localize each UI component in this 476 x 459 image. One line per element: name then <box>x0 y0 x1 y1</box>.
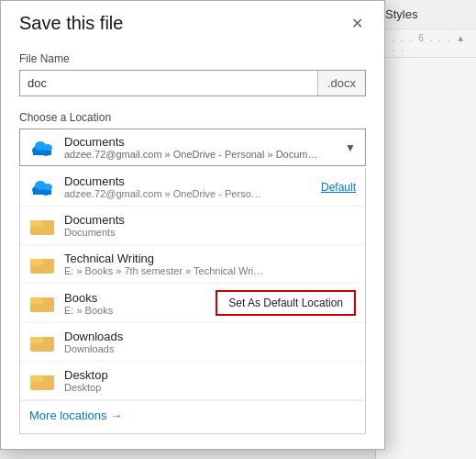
list-item[interactable]: Desktop Desktop <box>20 362 365 400</box>
default-badge-0: Default <box>321 181 356 194</box>
item-sub-5: Desktop <box>64 382 266 393</box>
item-text-3: Books E: » Books <box>64 291 216 316</box>
dialog-body: File Name .docx Choose a Location <box>1 41 384 449</box>
dropdown-main-text: Documents <box>64 135 339 149</box>
folder-icon-1 <box>29 215 55 237</box>
location-list: Documents adzee.72@gmail.com » OneDrive … <box>19 168 366 434</box>
item-name-3: Books <box>64 291 216 305</box>
dialog-titlebar: Save this file ✕ <box>1 1 384 41</box>
svg-point-8 <box>35 181 46 190</box>
item-text-5: Desktop Desktop <box>64 368 356 393</box>
filename-input[interactable] <box>20 71 317 95</box>
item-sub-0: adzee.72@gmail.com » OneDrive - Personal… <box>64 188 266 199</box>
location-dropdown[interactable]: Documents adzee.72@gmail.com » OneDrive … <box>19 129 366 166</box>
item-name-2: Technical Writing <box>64 252 356 265</box>
folder-icon-3 <box>29 292 55 314</box>
folder-icon-2 <box>29 253 55 275</box>
item-sub-2: E: » Books » 7th semester » Technical Wr… <box>64 265 266 276</box>
save-dialog: Save this file ✕ File Name .docx Choose … <box>0 0 385 450</box>
dropdown-arrow-icon: ▼ <box>345 141 356 154</box>
set-default-button[interactable]: Set As Default Location <box>216 290 356 316</box>
folder-icon-4 <box>29 331 55 353</box>
item-sub-4: Downloads <box>64 343 266 354</box>
svg-rect-9 <box>33 190 51 195</box>
item-text-4: Downloads Downloads <box>64 330 356 354</box>
item-text-0: Documents adzee.72@gmail.com » OneDrive … <box>64 174 315 199</box>
item-name-0: Documents <box>64 174 315 188</box>
filename-row: .docx <box>19 70 366 96</box>
styles-panel: Styles . . . . 6 . . . ▲ . . . <box>375 0 476 459</box>
close-button[interactable]: ✕ <box>344 10 370 36</box>
folder-icon-5 <box>29 370 55 392</box>
dropdown-text: Documents adzee.72@gmail.com » OneDrive … <box>64 135 339 160</box>
dialog-title: Save this file <box>19 13 123 34</box>
more-locations-link[interactable]: More locations → <box>20 400 365 430</box>
location-section: Choose a Location Documents adzee.72@gma… <box>19 111 366 434</box>
svg-rect-4 <box>33 151 51 155</box>
item-name-4: Downloads <box>64 330 356 343</box>
file-extension: .docx <box>317 71 365 95</box>
list-item[interactable]: Technical Writing E: » Books » 7th semes… <box>20 245 365 284</box>
item-name-5: Desktop <box>64 368 356 382</box>
cloud-icon-selected <box>29 137 55 159</box>
styles-panel-ruler: . . . . 6 . . . ▲ . . . <box>376 29 476 58</box>
item-name-1: Documents <box>64 213 356 227</box>
item-text-2: Technical Writing E: » Books » 7th semes… <box>64 252 356 276</box>
dropdown-sub-text: adzee.72@gmail.com » OneDrive - Personal… <box>64 149 321 160</box>
list-item[interactable]: Downloads Downloads <box>20 323 365 362</box>
list-item[interactable]: Books E: » Books Set As Default Location <box>20 284 365 323</box>
location-label: Choose a Location <box>19 111 366 124</box>
svg-point-3 <box>35 141 46 151</box>
cloud-icon-0 <box>29 176 55 198</box>
item-sub-1: Documents <box>64 227 266 238</box>
item-sub-3: E: » Books <box>64 305 216 316</box>
list-item[interactable]: Documents adzee.72@gmail.com » OneDrive … <box>20 168 365 207</box>
list-item[interactable]: Documents Documents <box>20 207 365 245</box>
item-text-1: Documents Documents <box>64 213 356 238</box>
styles-panel-title: Styles <box>376 0 476 29</box>
file-name-label: File Name <box>19 52 366 65</box>
